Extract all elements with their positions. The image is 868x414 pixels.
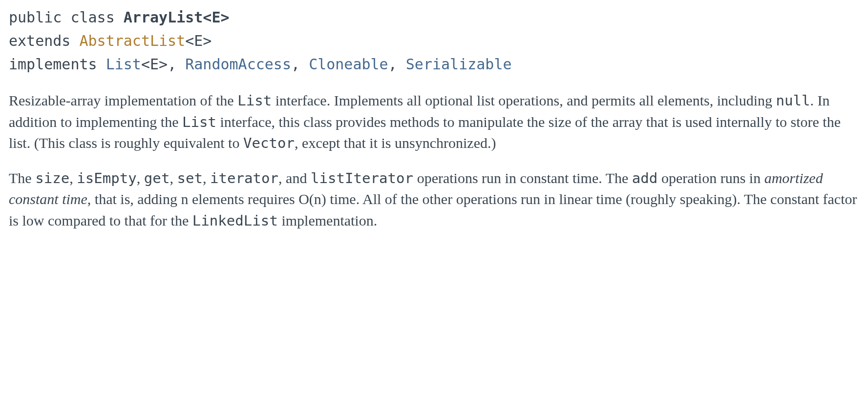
code-set: set bbox=[177, 170, 203, 186]
text: Resizable-array implementation of the bbox=[9, 92, 237, 108]
text: , that is, adding n elements requires O(… bbox=[9, 191, 857, 228]
text: implementation. bbox=[278, 212, 377, 228]
text: , bbox=[203, 170, 210, 186]
text: operation runs in bbox=[657, 170, 764, 186]
code-get: get bbox=[144, 170, 170, 186]
code-null: null bbox=[776, 92, 810, 109]
code-listiterator: listIterator bbox=[311, 170, 413, 186]
sig-interface-serializable-link[interactable]: Serializable bbox=[406, 56, 512, 73]
text: interface. Implements all optional list … bbox=[272, 92, 776, 108]
text: , bbox=[69, 170, 77, 186]
sig-sep: , bbox=[168, 56, 185, 73]
class-description: Resizable-array implementation of the Li… bbox=[9, 90, 859, 231]
sig-prefix: public class bbox=[9, 9, 124, 26]
class-signature: public class ArrayList<E> extends Abstra… bbox=[9, 6, 859, 76]
sig-interface-randomaccess-link[interactable]: RandomAccess bbox=[185, 56, 291, 73]
sig-interface-list-link[interactable]: List bbox=[106, 56, 141, 73]
description-paragraph-2: The size, isEmpty, get, set, iterator, a… bbox=[9, 167, 859, 231]
text: , except that it is unsynchronized.) bbox=[295, 135, 496, 151]
text: , bbox=[169, 170, 177, 186]
sig-class-name: ArrayList<E> bbox=[124, 9, 230, 26]
sig-interface-cloneable-link[interactable]: Cloneable bbox=[309, 56, 388, 73]
sig-sep: , bbox=[291, 56, 309, 73]
code-linkedlist: LinkedList bbox=[192, 212, 278, 229]
sig-interface-generic: <E> bbox=[141, 56, 168, 73]
text: , bbox=[137, 170, 144, 186]
code-list: List bbox=[237, 92, 272, 109]
sig-implements-keyword: implements bbox=[9, 56, 106, 73]
code-list: List bbox=[182, 114, 216, 130]
sig-extends-keyword: extends bbox=[9, 32, 80, 49]
text: , and bbox=[278, 170, 311, 186]
code-vector: Vector bbox=[243, 135, 295, 151]
code-isempty: isEmpty bbox=[77, 170, 137, 186]
code-iterator: iterator bbox=[210, 170, 278, 186]
text: The bbox=[9, 170, 35, 186]
code-size: size bbox=[35, 170, 69, 186]
description-paragraph-1: Resizable-array implementation of the Li… bbox=[9, 90, 859, 154]
code-add: add bbox=[632, 170, 658, 186]
sig-sep: , bbox=[388, 56, 406, 73]
sig-superclass-link[interactable]: AbstractList bbox=[80, 32, 186, 49]
text: operations run in constant time. The bbox=[413, 170, 632, 186]
sig-superclass-generic: <E> bbox=[185, 32, 212, 49]
